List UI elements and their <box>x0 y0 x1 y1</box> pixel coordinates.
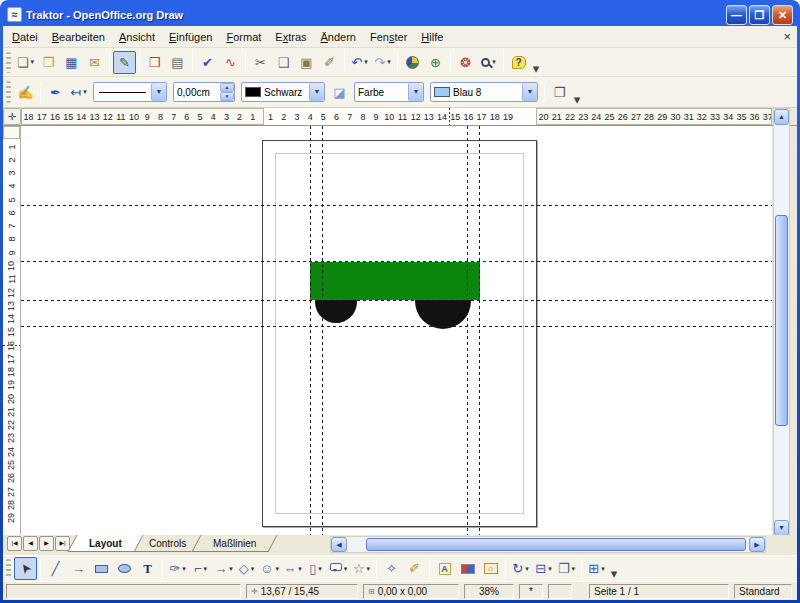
tractor-body-rectangle[interactable] <box>310 262 480 300</box>
dropdown-arrow-icon[interactable]: ▾ <box>387 58 391 66</box>
dropdown-arrow-icon[interactable]: ▼ <box>309 83 324 101</box>
dropdown-arrow-icon[interactable]: ▾ <box>229 565 233 573</box>
dropdown-arrow-icon[interactable]: ▾ <box>492 58 496 66</box>
dropdown-arrow-icon[interactable]: ▾ <box>83 88 87 96</box>
navigator-icon[interactable]: ❂ <box>454 51 477 74</box>
close-button[interactable]: ✕ <box>772 5 793 25</box>
fill-icon[interactable]: ◪ <box>328 81 351 104</box>
scroll-left-icon[interactable]: ◀ <box>331 537 347 552</box>
snap-guide-vertical[interactable] <box>322 126 323 535</box>
dropdown-arrow-icon[interactable]: ▾ <box>182 565 186 573</box>
flowchart-icon[interactable]: ▯▾ <box>304 557 327 580</box>
scroll-up-icon[interactable]: ▲ <box>774 109 789 125</box>
toolbar-more-icon[interactable]: ▾ <box>608 566 620 580</box>
menu-ndern[interactable]: Ändern <box>314 28 363 46</box>
gallery-icon[interactable]: ⌂ <box>479 557 502 580</box>
minimize-button[interactable]: — <box>726 5 747 25</box>
print-icon[interactable]: ▤ <box>166 51 189 74</box>
auto-spellcheck-icon[interactable]: ∿ <box>219 51 242 74</box>
toolbar-grip[interactable] <box>6 81 11 104</box>
drawing-canvas[interactable] <box>21 126 772 535</box>
redo-icon[interactable]: ↷▾ <box>371 51 394 74</box>
next-page-button[interactable]: ▶ <box>39 536 54 551</box>
callouts-icon[interactable]: ▾ <box>327 557 350 580</box>
menu-datei[interactable]: Datei <box>5 28 45 46</box>
dropdown-arrow-icon[interactable]: ▾ <box>364 58 368 66</box>
dropdown-arrow-icon[interactable]: ▾ <box>204 565 208 573</box>
vertical-scrollbar-thumb[interactable] <box>775 215 788 426</box>
scroll-right-icon[interactable]: ▶ <box>749 537 765 552</box>
ruler-origin-button[interactable]: ✛ <box>3 108 21 125</box>
block-arrows-icon[interactable]: ⇔▾ <box>281 557 304 580</box>
chart-icon[interactable] <box>401 51 424 74</box>
curve-icon[interactable]: ✑▾ <box>166 557 189 580</box>
save-icon[interactable]: ▦ <box>60 51 83 74</box>
line-style-select[interactable]: ▼ <box>93 82 167 102</box>
points-icon[interactable]: ✧ <box>380 557 403 580</box>
dropdown-arrow-icon[interactable]: ▾ <box>251 565 255 573</box>
dropdown-arrow-icon[interactable]: ▾ <box>548 565 552 573</box>
dropdown-arrow-icon[interactable]: ▼ <box>408 83 423 101</box>
shadow-icon[interactable]: ❐ <box>548 81 571 104</box>
open-folder-icon[interactable]: ❐ <box>37 51 60 74</box>
zoom-icon[interactable]: ▾ <box>477 51 500 74</box>
paste-icon[interactable]: ▣ <box>295 51 318 74</box>
spin-down-icon[interactable]: ▼ <box>220 92 234 101</box>
web-icon[interactable]: ⊕ <box>424 51 447 74</box>
connector-icon[interactable]: ⌐▾ <box>189 557 212 580</box>
snap-guide-horizontal[interactable] <box>21 326 772 327</box>
dropdown-arrow-icon[interactable]: ▾ <box>525 565 529 573</box>
toolbar-grip[interactable] <box>6 52 11 73</box>
dropdown-arrow-icon[interactable]: ▾ <box>298 565 302 573</box>
dropdown-arrow-icon[interactable]: ▾ <box>275 565 279 573</box>
snap-guide-horizontal[interactable] <box>21 205 772 206</box>
previous-page-button[interactable]: ◀ <box>23 536 38 551</box>
alignment-icon[interactable]: ⊟▾ <box>532 557 555 580</box>
dropdown-arrow-icon[interactable]: ▾ <box>367 565 371 573</box>
style-name-segment[interactable]: Standard <box>734 584 792 599</box>
menu-format[interactable]: Format <box>219 28 268 46</box>
lines-arrows-icon[interactable]: →▾ <box>212 557 235 580</box>
first-page-button[interactable]: |◀ <box>7 536 22 551</box>
dropdown-arrow-icon[interactable]: ▼ <box>522 83 537 101</box>
format-paintbrush-icon[interactable]: ✐ <box>318 51 341 74</box>
line-dialog-icon[interactable]: ✒ <box>44 81 67 104</box>
maximize-button[interactable]: ❐ <box>749 5 770 25</box>
menu-einfgen[interactable]: Einfügen <box>162 28 219 46</box>
snap-guide-horizontal[interactable] <box>21 261 772 262</box>
zoom-level-segment[interactable]: 38% <box>464 584 514 599</box>
spellcheck-icon[interactable]: ✔ <box>196 51 219 74</box>
insert-icon[interactable]: ⊞▾ <box>585 557 608 580</box>
export-pdf-icon[interactable]: ❒ <box>143 51 166 74</box>
menu-fenster[interactable]: Fenster <box>363 28 414 46</box>
stars-icon[interactable]: ☆▾ <box>350 557 373 580</box>
rotate-icon[interactable]: ↻▾ <box>509 557 532 580</box>
snap-guide-vertical[interactable] <box>479 126 480 535</box>
toolbar-more-icon[interactable]: ▾ <box>530 61 542 75</box>
line-width-spinner[interactable]: 0,00cm▲▼ <box>173 82 235 102</box>
menu-hilfe[interactable]: Hilfe <box>414 28 450 46</box>
vertical-ruler[interactable]: 1234567891011121314151617181920212223242… <box>3 126 21 535</box>
fill-color-select[interactable]: Blau 8▼ <box>430 82 538 102</box>
rectangle-icon[interactable] <box>90 557 113 580</box>
snap-guide-horizontal[interactable] <box>21 300 772 301</box>
scroll-down-icon[interactable]: ▼ <box>774 520 789 536</box>
help-icon[interactable]: ? <box>507 51 530 74</box>
menu-ansicht[interactable]: Ansicht <box>112 28 162 46</box>
spin-up-icon[interactable]: ▲ <box>220 83 234 92</box>
horizontal-ruler[interactable]: 181716151413121110987654321 123456789101… <box>21 108 772 125</box>
basic-shapes-icon[interactable]: ◇▾ <box>235 557 258 580</box>
arrow-style-icon[interactable]: ↤▾ <box>67 81 90 104</box>
fontwork-icon[interactable]: A <box>433 557 456 580</box>
snap-guide-vertical[interactable] <box>310 126 311 535</box>
line-color-select[interactable]: Schwarz▼ <box>241 82 325 102</box>
from-file-icon[interactable] <box>456 557 479 580</box>
arrange-icon[interactable]: ❐▾ <box>555 557 578 580</box>
glue-points-icon[interactable]: ✐ <box>403 557 426 580</box>
tab-maßlinien[interactable]: Maßlinien <box>192 535 278 552</box>
new-document-icon[interactable]: ❏▾ <box>14 51 37 74</box>
snap-guide-vertical[interactable] <box>467 126 468 535</box>
ellipse-icon[interactable] <box>113 557 136 580</box>
cut-icon[interactable]: ✂ <box>249 51 272 74</box>
dropdown-arrow-icon[interactable]: ▾ <box>344 565 348 573</box>
